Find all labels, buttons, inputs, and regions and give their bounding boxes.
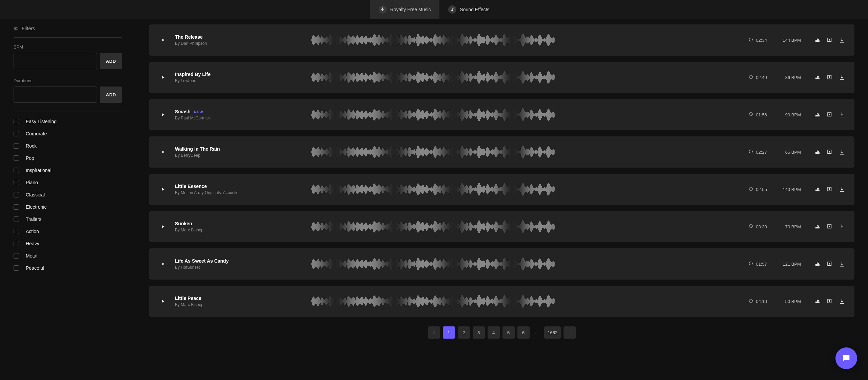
download-icon[interactable] [839, 112, 845, 118]
pagination-prev-button[interactable] [428, 326, 440, 339]
download-icon[interactable] [839, 298, 845, 304]
download-icon[interactable] [839, 149, 845, 155]
track-actions [814, 74, 845, 80]
waveform[interactable] [311, 182, 733, 196]
pagination: 123456 ... 1682 [149, 326, 854, 339]
tab-royalty-free-music[interactable]: Royalty Free Music [370, 0, 440, 19]
waveform[interactable] [311, 70, 733, 84]
add-to-collection-icon[interactable] [827, 261, 833, 267]
category-checkbox[interactable]: Metal [14, 253, 122, 259]
checkbox-icon [14, 119, 19, 124]
category-label: Pop [26, 155, 34, 161]
track-title[interactable]: Walking In The Rain [175, 146, 220, 152]
play-button[interactable] [159, 297, 167, 306]
download-icon[interactable] [839, 74, 845, 80]
track-title[interactable]: Little Peace [175, 296, 201, 301]
microphone-icon [379, 5, 387, 14]
waveform[interactable] [311, 33, 733, 47]
add-to-collection-icon[interactable] [827, 186, 833, 192]
track-title[interactable]: Little Essence [175, 184, 207, 189]
pagination-page-button[interactable]: 5 [502, 326, 515, 339]
duration-value: 04:10 [756, 299, 767, 304]
track-artist[interactable]: Lowtone [181, 78, 196, 83]
pagination-page-button[interactable]: 1 [443, 326, 455, 339]
pagination-page-button[interactable]: 4 [488, 326, 500, 339]
waveform[interactable] [311, 145, 733, 159]
share-icon[interactable] [814, 37, 821, 43]
track-artist[interactable]: Paul McCormick [181, 116, 210, 120]
download-icon[interactable] [839, 186, 845, 192]
track-row: Life As Sweet As CandyBy HotSunset01:571… [149, 248, 854, 280]
track-duration: 02:55 [741, 187, 767, 192]
bpm-input[interactable] [14, 53, 97, 69]
share-icon[interactable] [814, 149, 821, 155]
category-label: Action [26, 229, 39, 234]
play-button[interactable] [159, 222, 167, 231]
play-button[interactable] [159, 185, 167, 194]
pagination-page-button[interactable]: 6 [517, 326, 530, 339]
clock-icon [749, 299, 753, 304]
track-artist[interactable]: Marc Bishop [181, 228, 203, 232]
share-icon[interactable] [814, 298, 821, 304]
download-icon[interactable] [839, 37, 845, 43]
pagination-next-button[interactable] [564, 326, 576, 339]
track-title[interactable]: The Release [175, 34, 203, 40]
track-duration: 01:57 [741, 261, 767, 267]
play-button[interactable] [159, 73, 167, 82]
track-artist[interactable]: Marc Bishop [181, 302, 203, 307]
play-button[interactable] [159, 148, 167, 156]
add-to-collection-icon[interactable] [827, 224, 833, 230]
category-checkbox[interactable]: Peaceful [14, 265, 122, 271]
waveform[interactable] [311, 294, 733, 308]
category-checkbox[interactable]: Trailers [14, 216, 122, 222]
category-checkbox[interactable]: Easy Listening [14, 119, 122, 124]
add-to-collection-icon[interactable] [827, 74, 833, 80]
category-checkbox[interactable]: Inspirational [14, 168, 122, 173]
play-button[interactable] [159, 110, 167, 119]
pagination-page-button[interactable]: 3 [473, 326, 485, 339]
share-icon[interactable] [814, 112, 821, 118]
track-bpm: 140 BPM [774, 187, 801, 192]
share-icon[interactable] [814, 224, 821, 230]
track-artist[interactable]: Dan Phillipson [181, 41, 207, 46]
durations-add-button[interactable]: ADD [100, 87, 122, 103]
category-label: Peaceful [26, 265, 44, 271]
pagination-last-button[interactable]: 1682 [544, 326, 561, 339]
category-checkbox[interactable]: Electronic [14, 204, 122, 210]
download-icon[interactable] [839, 224, 845, 230]
track-artist[interactable]: BerryDeep [181, 153, 200, 158]
category-checkbox[interactable]: Corporate [14, 131, 122, 136]
category-checkbox[interactable]: Pop [14, 155, 122, 161]
tab-label: Royalty Free Music [390, 7, 431, 12]
tab-sound-effects[interactable]: Sound Effects [439, 0, 498, 19]
waveform[interactable] [311, 220, 733, 234]
bpm-add-button[interactable]: ADD [100, 53, 122, 69]
durations-input[interactable] [14, 87, 97, 103]
download-icon[interactable] [839, 261, 845, 267]
add-to-collection-icon[interactable] [827, 298, 833, 304]
share-icon[interactable] [814, 186, 821, 192]
pagination-page-button[interactable]: 2 [458, 326, 470, 339]
waveform[interactable] [311, 108, 733, 122]
share-icon[interactable] [814, 261, 821, 267]
play-button[interactable] [159, 260, 167, 268]
share-icon[interactable] [814, 74, 821, 80]
play-button[interactable] [159, 36, 167, 44]
category-checkbox[interactable]: Classical [14, 192, 122, 197]
add-to-collection-icon[interactable] [827, 149, 833, 155]
waveform[interactable] [311, 257, 733, 271]
category-checkbox[interactable]: Action [14, 229, 122, 234]
track-title[interactable]: Smash [175, 109, 191, 114]
category-checkbox[interactable]: Rock [14, 143, 122, 149]
track-title[interactable]: Inspired By Life [175, 72, 211, 77]
add-to-collection-icon[interactable] [827, 37, 833, 43]
add-to-collection-icon[interactable] [827, 112, 833, 118]
track-actions [814, 149, 845, 155]
track-artist[interactable]: HotSunset [181, 265, 200, 270]
category-checkbox[interactable]: Piano [14, 180, 122, 185]
category-checkbox[interactable]: Heavy [14, 241, 122, 246]
category-label: Piano [26, 180, 38, 185]
track-title[interactable]: Life As Sweet As Candy [175, 258, 229, 264]
track-title[interactable]: Sunken [175, 221, 192, 226]
track-artist[interactable]: Motion Array Originals: Acoustic [181, 190, 238, 195]
